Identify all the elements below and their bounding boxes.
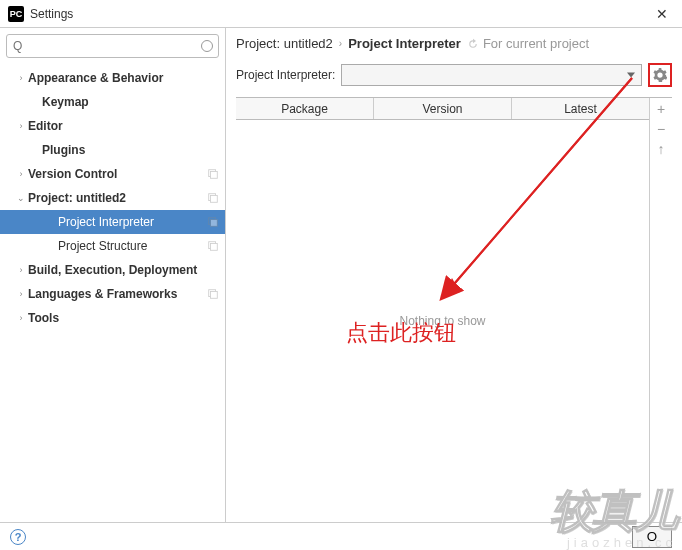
remove-package-button[interactable]: − xyxy=(652,120,670,138)
tree-item-plugins[interactable]: Plugins xyxy=(0,138,225,162)
scope-icon xyxy=(207,216,219,228)
svg-rect-7 xyxy=(210,243,217,250)
tree-item-appearance-behavior[interactable]: ›Appearance & Behavior xyxy=(0,66,225,90)
scope-icon xyxy=(207,240,219,252)
tree-label: Version Control xyxy=(28,167,207,181)
interpreter-settings-button[interactable] xyxy=(648,63,672,87)
chevron-right-icon: › xyxy=(339,38,342,49)
reset-icon xyxy=(467,38,479,50)
tree-item-version-control[interactable]: ›Version Control xyxy=(0,162,225,186)
svg-rect-5 xyxy=(210,219,217,226)
expand-icon: › xyxy=(14,265,28,275)
breadcrumb-page: Project Interpreter xyxy=(348,36,461,51)
gear-icon xyxy=(653,68,667,82)
help-button[interactable]: ? xyxy=(10,529,26,545)
breadcrumb: Project: untitled2 › Project Interpreter… xyxy=(236,36,672,51)
tree-item-project-structure[interactable]: Project Structure xyxy=(0,234,225,258)
table-body: Nothing to show xyxy=(236,120,649,522)
tree-label: Project Structure xyxy=(58,239,207,253)
svg-rect-3 xyxy=(210,195,217,202)
expand-icon: › xyxy=(14,121,28,131)
expand-icon: › xyxy=(14,169,28,179)
tree-item-build-execution-deployment[interactable]: ›Build, Execution, Deployment xyxy=(0,258,225,282)
content-panel: Project: untitled2 › Project Interpreter… xyxy=(226,28,682,522)
tree-label: Editor xyxy=(28,119,219,133)
tree-label: Tools xyxy=(28,311,219,325)
tree-label: Appearance & Behavior xyxy=(28,71,219,85)
settings-tree: ›Appearance & BehaviorKeymap›EditorPlugi… xyxy=(0,64,225,522)
dialog-footer: ? O xyxy=(0,522,682,550)
tree-item-languages-frameworks[interactable]: ›Languages & Frameworks xyxy=(0,282,225,306)
th-latest[interactable]: Latest xyxy=(512,98,649,119)
scope-icon xyxy=(207,192,219,204)
breadcrumb-project: Project: untitled2 xyxy=(236,36,333,51)
search-input[interactable] xyxy=(6,34,219,58)
empty-text: Nothing to show xyxy=(399,314,485,328)
close-icon[interactable]: ✕ xyxy=(650,4,674,24)
tree-label: Languages & Frameworks xyxy=(28,287,207,301)
tree-label: Plugins xyxy=(42,143,219,157)
expand-icon: › xyxy=(14,289,28,299)
ok-button[interactable]: O xyxy=(632,526,672,548)
scope-icon xyxy=(207,168,219,180)
tree-label: Build, Execution, Deployment xyxy=(28,263,219,277)
interpreter-dropdown[interactable] xyxy=(341,64,642,86)
tree-item-project-interpreter[interactable]: Project Interpreter xyxy=(0,210,225,234)
sidebar: ›Appearance & BehaviorKeymap›EditorPlugi… xyxy=(0,28,226,522)
svg-rect-1 xyxy=(210,171,217,178)
scope-icon xyxy=(207,288,219,300)
expand-icon: › xyxy=(14,313,28,323)
svg-rect-9 xyxy=(210,291,217,298)
upgrade-package-button[interactable]: ↑ xyxy=(652,140,670,158)
tree-item-editor[interactable]: ›Editor xyxy=(0,114,225,138)
tree-item-project-untitled2[interactable]: ⌄Project: untitled2 xyxy=(0,186,225,210)
expand-icon: ⌄ xyxy=(14,193,28,203)
window-title: Settings xyxy=(30,7,73,21)
for-current-project-label: For current project xyxy=(483,36,589,51)
tree-label: Keymap xyxy=(42,95,219,109)
th-version[interactable]: Version xyxy=(374,98,512,119)
interpreter-label: Project Interpreter: xyxy=(236,68,335,82)
tree-label: Project Interpreter xyxy=(58,215,207,229)
titlebar: PC Settings ✕ xyxy=(0,0,682,28)
app-icon: PC xyxy=(8,6,24,22)
tree-item-keymap[interactable]: Keymap xyxy=(0,90,225,114)
th-package[interactable]: Package xyxy=(236,98,374,119)
tree-label: Project: untitled2 xyxy=(28,191,207,205)
expand-icon: › xyxy=(14,73,28,83)
tree-item-tools[interactable]: ›Tools xyxy=(0,306,225,330)
table-header: Package Version Latest xyxy=(236,98,649,120)
add-package-button[interactable]: + xyxy=(652,100,670,118)
